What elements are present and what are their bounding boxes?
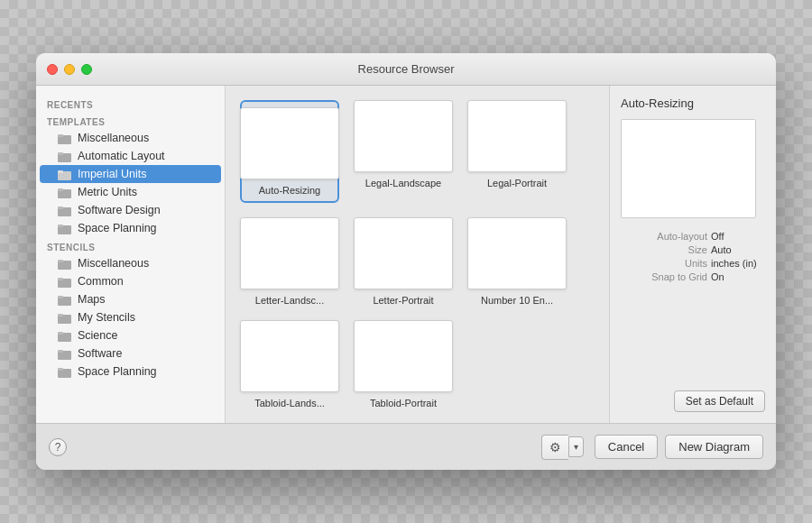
folder-icon: [58, 133, 72, 143]
sidebar-item-label: Science: [78, 329, 117, 342]
sidebar-item-space-planning-stencil[interactable]: Space Planning: [40, 362, 221, 381]
folder-icon: [58, 294, 72, 305]
svg-rect-1: [58, 134, 63, 137]
template-label: Legal-Landscape: [365, 178, 441, 188]
svg-rect-11: [58, 225, 63, 227]
svg-rect-15: [58, 278, 63, 280]
sidebar-item-science[interactable]: Science: [40, 326, 221, 344]
template-item-letter-portrait[interactable]: Letter-Portrait: [354, 217, 453, 306]
section-label-templates: TEMPLATES: [36, 112, 225, 129]
meta-value: Auto: [711, 244, 765, 255]
folder-icon: [58, 151, 72, 161]
sidebar-item-software[interactable]: Software: [40, 344, 221, 362]
folder-icon: [58, 187, 72, 197]
sidebar-item-my-stencils[interactable]: My Stencils: [40, 308, 221, 326]
template-thumbnail-number-10-envelope: [467, 217, 567, 289]
svg-rect-9: [58, 206, 63, 209]
svg-rect-3: [58, 152, 63, 155]
template-item-legal-portrait[interactable]: Legal-Portrait: [467, 100, 567, 203]
sidebar-item-label: Miscellaneous: [78, 132, 149, 144]
dropdown-button[interactable]: ▾: [568, 436, 584, 457]
main-content: Auto-Resizing Legal-Landscape Legal-Port…: [226, 86, 609, 423]
gear-button[interactable]: ⚙: [541, 435, 568, 460]
folder-icon: [58, 205, 72, 216]
svg-rect-17: [58, 296, 63, 298]
right-panel: Auto-Resizing Auto-layout Off Size Auto …: [609, 86, 776, 423]
sidebar-item-software-design[interactable]: Software Design: [40, 201, 221, 219]
template-item-number-10-envelope[interactable]: Number 10 En...: [467, 217, 567, 306]
meta-value: On: [711, 271, 765, 282]
meta-row-units: Units inches (in): [621, 258, 765, 269]
sidebar-item-label: My Stencils: [78, 311, 135, 324]
window-body: RECENTS TEMPLATES Miscellaneous Automati…: [36, 86, 776, 423]
meta-table: Auto-layout Off Size Auto Units inches (…: [621, 231, 765, 285]
help-button[interactable]: ?: [49, 438, 67, 456]
sidebar-item-label: Software: [78, 347, 122, 360]
new-diagram-button[interactable]: New Diagram: [665, 435, 763, 459]
meta-label: Units: [685, 258, 707, 269]
svg-rect-23: [58, 350, 63, 353]
svg-rect-25: [58, 368, 63, 371]
template-item-letter-landscape[interactable]: Letter-Landsc...: [240, 217, 339, 306]
section-label-stencils: STENCILS: [36, 237, 225, 254]
sidebar-item-label: Space Planning: [78, 222, 157, 234]
sidebar-item-label: Imperial Units: [78, 168, 146, 180]
template-thumbnail-letter-landscape: [240, 217, 339, 289]
folder-icon: [58, 366, 72, 377]
sidebar: RECENTS TEMPLATES Miscellaneous Automati…: [36, 86, 226, 423]
template-item-legal-landscape[interactable]: Legal-Landscape: [354, 100, 453, 203]
folder-icon: [58, 348, 72, 359]
svg-rect-21: [58, 332, 63, 335]
cancel-button[interactable]: Cancel: [595, 435, 658, 459]
sidebar-item-label: Metric Units: [78, 186, 137, 198]
template-label: Letter-Portrait: [373, 295, 433, 306]
template-thumbnail-tabloid-portrait: [354, 320, 453, 392]
section-label-recents: RECENTS: [36, 95, 225, 112]
maximize-button[interactable]: [81, 64, 92, 75]
sidebar-item-imperial-units[interactable]: Imperial Units: [40, 165, 221, 183]
svg-rect-7: [58, 188, 63, 191]
svg-rect-19: [58, 314, 63, 317]
template-label: Letter-Landsc...: [255, 295, 324, 306]
minimize-button[interactable]: [64, 64, 75, 75]
sidebar-item-miscellaneous-template[interactable]: Miscellaneous: [40, 129, 221, 147]
set-as-default-button[interactable]: Set as Default: [674, 390, 765, 412]
template-item-tabloid-landscape[interactable]: Tabloid-Lands...: [240, 320, 339, 408]
close-button[interactable]: [47, 64, 58, 75]
template-label: Tabloid-Lands...: [254, 398, 325, 408]
sidebar-item-label: Software Design: [78, 204, 161, 216]
meta-value: inches (in): [711, 258, 765, 269]
template-label: Number 10 En...: [481, 295, 553, 306]
meta-row-size: Size Auto: [621, 244, 765, 255]
sidebar-item-maps[interactable]: Maps: [40, 290, 221, 308]
sidebar-item-miscellaneous-stencil[interactable]: Miscellaneous: [40, 254, 221, 272]
titlebar: Resource Browser: [36, 53, 776, 86]
folder-icon: [58, 312, 72, 323]
template-label: Auto-Resizing: [259, 185, 320, 196]
sidebar-item-metric-units[interactable]: Metric Units: [40, 183, 221, 201]
folder-icon: [58, 330, 72, 341]
template-item-tabloid-portrait[interactable]: Tabloid-Portrait: [354, 320, 453, 408]
sidebar-item-label: Miscellaneous: [78, 257, 149, 270]
preview-thumbnail: [621, 119, 756, 218]
folder-icon: [58, 223, 72, 234]
meta-label: Auto-layout: [657, 231, 707, 242]
meta-label: Snap to Grid: [651, 271, 707, 282]
template-thumbnail-letter-portrait: [354, 217, 453, 289]
sidebar-item-space-planning-template[interactable]: Space Planning: [40, 219, 221, 237]
sidebar-item-automatic-layout[interactable]: Automatic Layout: [40, 147, 221, 165]
templates-grid-area: Auto-Resizing Legal-Landscape Legal-Port…: [226, 86, 609, 423]
sidebar-item-label: Common: [78, 275, 124, 288]
template-item-auto-resizing[interactable]: Auto-Resizing: [240, 100, 339, 203]
traffic-lights: [47, 64, 92, 75]
meta-value: Off: [711, 231, 765, 242]
templates-grid: Auto-Resizing Legal-Landscape Legal-Port…: [240, 100, 595, 408]
svg-rect-5: [58, 170, 63, 173]
template-thumbnail-legal-landscape: [354, 100, 453, 172]
template-thumbnail-legal-portrait: [467, 100, 567, 172]
folder-icon: [58, 258, 72, 269]
sidebar-item-common[interactable]: Common: [40, 272, 221, 290]
template-thumbnail-auto-resizing: [240, 107, 339, 179]
sidebar-item-label: Space Planning: [78, 365, 157, 378]
template-label: Legal-Portrait: [487, 178, 547, 188]
